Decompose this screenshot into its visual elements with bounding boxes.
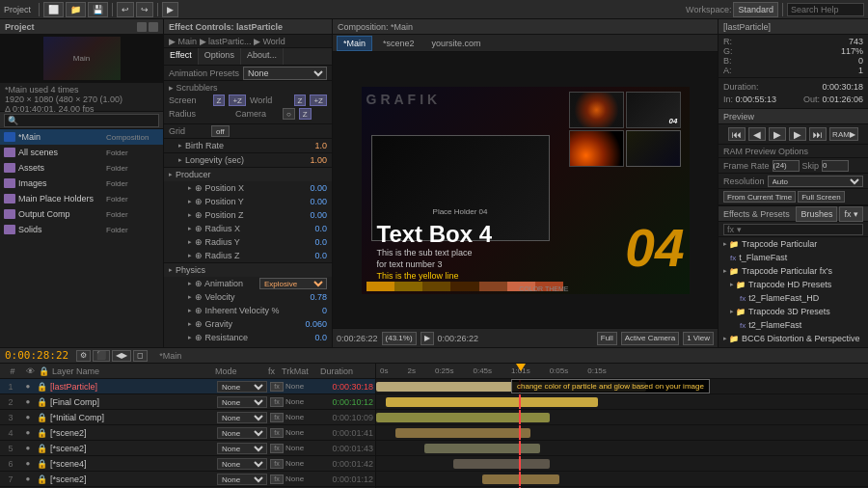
preview-ram[interactable]: RAM▶	[829, 127, 858, 141]
prop-value-longevity[interactable]: 1.00	[293, 155, 327, 165]
panel-icon-1[interactable]	[137, 22, 147, 32]
comp-resolution-btn[interactable]: Full	[597, 332, 617, 345]
tl-layer-6[interactable]: 6 ● 🔒 [*scene4] None fx None 0:00:01:42	[0, 456, 375, 472]
screen-z-btn[interactable]: Z	[213, 95, 226, 106]
prop-value-gravity[interactable]: 0.060	[293, 319, 327, 329]
prop-value-inherent[interactable]: 0	[293, 306, 327, 315]
prop-value-velocity[interactable]: 0.78	[293, 292, 327, 302]
ep-fx-btn[interactable]: fx ▾	[839, 206, 863, 222]
screen-plus-z-btn[interactable]: +Z	[229, 95, 246, 106]
project-search-input[interactable]	[4, 114, 159, 127]
toolbar-btn-redo[interactable]: ↪	[136, 2, 153, 17]
prop-group-header-physics[interactable]: ▸ Physics	[164, 263, 332, 277]
layer-eye-5[interactable]: ●	[21, 442, 35, 455]
layer-eye-4[interactable]: ●	[21, 426, 35, 440]
panel-icon-2[interactable]	[149, 22, 158, 32]
mode-select-7[interactable]: None	[217, 474, 267, 485]
layer-lock-5[interactable]: 🔒	[35, 444, 48, 453]
mode-select-6[interactable]: None	[217, 458, 267, 470]
toolbar-btn-render[interactable]: ▶	[162, 2, 178, 17]
project-item-solids[interactable]: Solids Folder	[0, 222, 163, 237]
comp-tab-scene2[interactable]: *scene2	[376, 36, 421, 51]
workspace-dropdown[interactable]: Standard	[733, 2, 778, 17]
prop-value-posz[interactable]: 0.00	[293, 210, 327, 220]
preview-goto-start[interactable]: ⏮	[728, 127, 746, 141]
ep-item-flamefast2[interactable]: fx t2_FlameFast	[719, 318, 868, 332]
layer-lock-4[interactable]: 🔒	[35, 428, 48, 438]
tl-layer-4[interactable]: 4 ● 🔒 [*scene2] None fx None 0:00:01:41	[0, 425, 375, 441]
layer-eye-3[interactable]: ●	[21, 411, 35, 424]
layer-lock-6[interactable]: 🔒	[35, 459, 48, 469]
fx-btn-7[interactable]: fx	[270, 474, 284, 484]
toolbar-btn-undo[interactable]: ↩	[117, 2, 134, 17]
ep-item-trap3d[interactable]: ▸ 📁 Trapcode 3D Presets	[719, 305, 868, 318]
tab-options[interactable]: Options	[199, 48, 241, 65]
comp-view-btn[interactable]: Active Camera	[621, 332, 679, 345]
ep-brushes-btn[interactable]: Brushes	[796, 206, 837, 222]
preview-next-frame[interactable]: ▶	[789, 127, 806, 141]
prop-value-rady[interactable]: 0.0	[293, 237, 327, 247]
mode-select-3[interactable]: None	[217, 412, 267, 423]
skip-input[interactable]	[822, 160, 849, 172]
project-item-assets[interactable]: Assets Folder	[0, 160, 163, 176]
prop-value-extra[interactable]: 0.0	[293, 346, 327, 347]
comp-tab-yoursite[interactable]: yoursite.com	[425, 36, 488, 51]
comp-play-btn[interactable]: ▶	[420, 332, 434, 345]
ep-item-traphdpresets[interactable]: ▸ 📁 Trapcode HD Presets	[719, 278, 868, 291]
tl-layer-5[interactable]: 5 ● 🔒 [*scene2] None fx None 0:00:01:43	[0, 441, 375, 456]
prop-value-posy[interactable]: 0.00	[293, 197, 327, 206]
mode-select-5[interactable]: None	[217, 443, 267, 454]
ep-item-bcc[interactable]: ▸ 📁 BCC6 Distortion & Perspective	[719, 332, 868, 345]
layer-eye-2[interactable]: ●	[21, 395, 35, 409]
preview-prev-frame[interactable]: ◀	[748, 127, 766, 141]
ep-item-flamefast-hd[interactable]: fx t2_FlameFast_HD	[719, 291, 868, 305]
mode-select-1[interactable]: None	[217, 381, 267, 393]
tl-btn-1[interactable]: ⚙	[76, 350, 91, 362]
grid-toggle-btn[interactable]: off	[211, 125, 230, 137]
tab-effect[interactable]: Effect	[164, 48, 199, 65]
project-item-placeholders[interactable]: Main Place Holders Folder	[0, 191, 163, 206]
preview-goto-end[interactable]: ⏭	[809, 127, 827, 141]
prop-value-radz[interactable]: 0.0	[293, 251, 327, 260]
prop-anim-select[interactable]: Explosive	[259, 278, 327, 289]
comp-view-count-btn[interactable]: 1 View	[683, 332, 714, 345]
prop-value-posx[interactable]: 0.00	[293, 183, 327, 193]
preview-play[interactable]: ▶	[769, 127, 786, 141]
layer-lock-2[interactable]: 🔒	[35, 397, 48, 407]
framerate-input[interactable]	[773, 160, 800, 172]
fx-btn-1[interactable]: fx	[270, 382, 284, 392]
project-item-output[interactable]: Output Comp Folder	[0, 206, 163, 222]
camera-z-btn[interactable]: Z	[299, 108, 312, 120]
full-screen-btn[interactable]: Full Screen	[798, 191, 844, 203]
ep-search-input[interactable]	[723, 224, 863, 235]
layer-lock-3[interactable]: 🔒	[35, 413, 48, 422]
world-z-btn[interactable]: Z	[294, 95, 307, 106]
ep-item-trapfx[interactable]: ▸ 📁 Trapcode Particular fx's	[719, 264, 868, 278]
tl-btn-3[interactable]: ◀▶	[112, 350, 131, 362]
prop-value-birthrate[interactable]: 1.0	[293, 141, 327, 150]
project-item-allscenes[interactable]: All scenes Folder	[0, 145, 163, 160]
tl-layer-7[interactable]: 7 ● 🔒 [*scene2] None fx None 0:00:01:12	[0, 472, 375, 487]
resolution-select[interactable]: Auto Full Half	[768, 176, 863, 187]
prop-group-header-producer[interactable]: ▸ Producer	[164, 168, 332, 181]
layer-eye-6[interactable]: ●	[21, 457, 35, 471]
from-current-btn[interactable]: From Current Time	[723, 191, 796, 203]
camera-circle-btn[interactable]: ○	[283, 108, 295, 120]
tl-layer-3[interactable]: 3 ● 🔒 [*Initial Comp] None fx None 0:00:…	[0, 410, 375, 425]
layer-lock-7[interactable]: 🔒	[35, 474, 48, 484]
layer-lock-1[interactable]: 🔒	[35, 382, 48, 392]
fx-btn-4[interactable]: fx	[270, 428, 284, 438]
ep-item-flipper[interactable]: fx BCC Fast Flipper	[719, 345, 868, 347]
tab-about[interactable]: About...	[241, 48, 284, 65]
fx-btn-5[interactable]: fx	[270, 444, 284, 453]
layer-eye-7[interactable]: ●	[21, 473, 35, 486]
toolbar-btn-open[interactable]: 📁	[66, 2, 86, 17]
project-item-main[interactable]: *Main Composition	[0, 129, 163, 145]
ep-item-flamefast[interactable]: fx t_FlameFast	[719, 251, 868, 264]
tl-btn-4[interactable]: ◻	[133, 350, 148, 362]
project-item-images[interactable]: Images Folder	[0, 176, 163, 191]
tl-layer-2[interactable]: 2 ● 🔒 [Final Comp] None fx None 0:00:10:…	[0, 394, 375, 410]
toolbar-btn-new[interactable]: ⬜	[43, 2, 64, 17]
fx-btn-2[interactable]: fx	[270, 397, 284, 407]
fx-btn-6[interactable]: fx	[270, 459, 284, 469]
